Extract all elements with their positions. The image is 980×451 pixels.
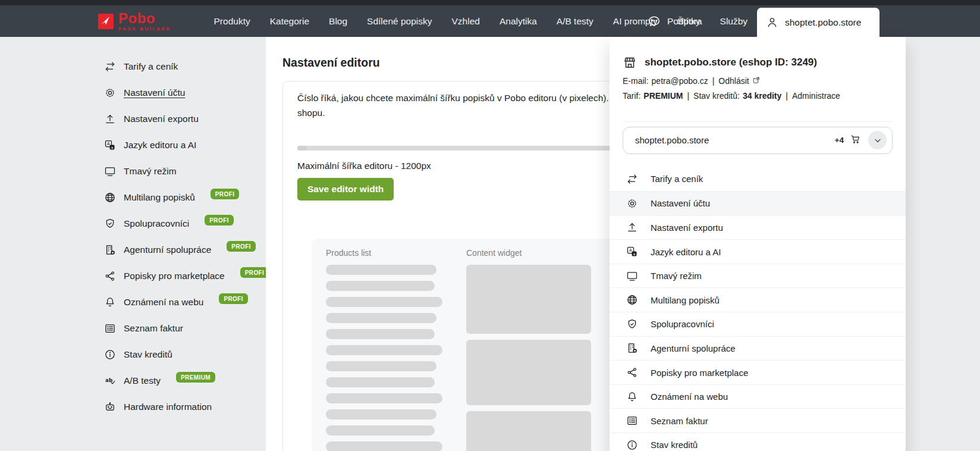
menu-item-nastaveni-uctu[interactable]: Nastavení účtu <box>610 191 906 215</box>
sidebar-item-label: Jazyk editoru a AI <box>124 140 196 151</box>
shield-check-icon <box>626 318 638 330</box>
info-circle-icon <box>104 349 116 361</box>
skeleton-bar <box>326 441 442 451</box>
sidebar-item-label: Hardware information <box>124 402 212 412</box>
bell-icon <box>104 296 116 308</box>
profi-badge: PROFI <box>205 215 234 226</box>
menu-item-label: Multilang popisků <box>651 295 720 305</box>
nav-item-sdilene-popisky[interactable]: Sdílené popisky <box>367 16 432 27</box>
nav-item-sluzby[interactable]: Služby <box>720 16 748 27</box>
translate-icon: Aa <box>626 246 638 258</box>
globe-icon <box>104 192 116 203</box>
products-list-label: Products list <box>326 248 444 258</box>
cart-icon <box>850 133 861 145</box>
menu-item-popisky-pro-marketplace[interactable]: Popisky pro marketplace <box>610 360 906 384</box>
sidebar-item-tarify-a-cenik[interactable]: Tarify a ceník <box>0 54 266 80</box>
nav-item-kategorie[interactable]: Kategorie <box>270 16 309 27</box>
menu-item-label: Oznámení na webu <box>651 392 728 402</box>
credits-label: Stav kreditů: <box>693 91 740 101</box>
skeleton-bar <box>326 361 436 371</box>
swap-icon <box>626 173 638 185</box>
menu-item-oznameni-na-webu[interactable]: Oznámení na webu <box>610 384 906 409</box>
sidebar-item-popisky-pro-marketplace[interactable]: Popisky pro marketplace PROFI <box>0 263 266 289</box>
globe-icon <box>626 294 638 306</box>
tarif-row: Tarif: PREMIUM | Stav kreditů: 34 kredit… <box>623 91 893 101</box>
eshop-count-badge: +4 <box>835 136 844 145</box>
nav-item-vzhled[interactable]: Vzhled <box>452 16 480 27</box>
gear-icon <box>626 198 638 209</box>
menu-item-label: Nastavení exportu <box>651 223 723 233</box>
menu-item-seznam-faktur[interactable]: Seznam faktur <box>610 408 906 433</box>
upload-icon <box>104 113 116 125</box>
profi-badge: PROFI <box>227 241 256 252</box>
building-plus-icon <box>626 342 638 354</box>
shield-check-icon <box>104 218 116 230</box>
bell-icon <box>626 391 638 403</box>
sidebar-item-nastaveni-exportu[interactable]: Nastavení exportu <box>0 106 266 132</box>
menu-item-tmavy-rezim[interactable]: Tmavý režim <box>610 264 906 288</box>
nav-item-blog[interactable]: Blog <box>329 16 347 27</box>
menu-item-label: Stav kreditů <box>651 440 698 450</box>
skeleton-bar <box>326 425 435 436</box>
pobo-logo[interactable]: Pobo PAGE BUILDER <box>98 11 171 32</box>
menu-item-jazyk-editoru[interactable]: Aa Jazyk editoru a AI <box>610 239 906 264</box>
menu-item-label: Jazyk editoru a AI <box>651 247 721 257</box>
skeleton-bar <box>326 345 442 355</box>
chat-icon <box>647 14 661 29</box>
menu-item-nastaveni-exportu[interactable]: Nastavení exportu <box>610 215 906 240</box>
nav-item-analytika[interactable]: Analytika <box>500 16 537 27</box>
menu-item-multilang-popisku[interactable]: Multilang popisků <box>610 287 906 312</box>
svg-text:A: A <box>629 248 632 253</box>
administrace-link[interactable]: Administrace <box>792 91 840 101</box>
sidebar-item-label: Tmavý režim <box>124 166 177 177</box>
menu-item-label: Tmavý režim <box>651 271 702 281</box>
sidebar-item-stav-kreditu[interactable]: Stav kreditů <box>0 342 266 368</box>
robot-icon <box>104 401 116 413</box>
svg-text:a: a <box>633 252 636 256</box>
sidebar-item-hardware-information[interactable]: Hardware information <box>0 394 266 420</box>
invoice-icon <box>626 415 638 427</box>
menu-item-tarify-a-cenik[interactable]: Tarify a ceník <box>610 167 906 192</box>
logout-link[interactable]: Odhlásit <box>718 76 749 86</box>
premium-badge: PREMIUM <box>176 372 215 383</box>
save-editor-width-button[interactable]: Save editor width <box>297 178 394 201</box>
account-menu-toggle[interactable]: shoptet.pobo.store <box>757 8 880 37</box>
sidebar-item-label: Oznámení na webu <box>124 297 203 308</box>
logo-flag-icon <box>100 15 112 27</box>
sidebar-item-ab-testy[interactable]: ab A/B testy PREMIUM <box>0 368 266 394</box>
share-nodes-icon <box>104 270 116 282</box>
sidebar-item-label: A/B testy <box>124 375 161 386</box>
gear-icon <box>104 87 116 99</box>
sidebar-item-nastaveni-uctu[interactable]: Nastavení účtu <box>0 80 266 106</box>
skeleton-content-block <box>466 340 591 405</box>
menu-item-label: Popisky pro marketplace <box>651 368 748 378</box>
person-icon <box>766 16 778 29</box>
skeleton-content-block <box>466 265 591 334</box>
sidebar-item-label: Spolupracovníci <box>124 218 189 229</box>
menu-item-agenturni-spoluprace[interactable]: Agenturní spolupráce <box>610 336 906 361</box>
tarif-value: PREMIUM <box>643 91 683 101</box>
sidebar-item-jazyk-editoru[interactable]: Aa Jazyk editoru a AI <box>0 132 266 158</box>
sidebar-item-spolupracovnici[interactable]: Spolupracovníci PROFI <box>0 211 266 237</box>
menu-item-spolupracovnici[interactable]: Spolupracovníci <box>610 312 906 336</box>
eshop-select-chevron-button[interactable] <box>868 131 887 149</box>
eshop-select[interactable]: shoptet.pobo.store +4 <box>623 127 893 154</box>
sidebar-item-multilang-popisku[interactable]: Multilang popisků PROFI <box>0 184 266 211</box>
ab-test-icon: ab <box>104 375 116 387</box>
nav-item-produkty[interactable]: Produkty <box>214 16 250 27</box>
menu-item-label: Nastavení účtu <box>651 198 710 208</box>
skeleton-bar <box>326 393 442 403</box>
sidebar-item-oznameni-na-webu[interactable]: Oznámení na webu PROFI <box>0 289 266 315</box>
sidebar-item-agenturni-spoluprace[interactable]: Agenturní spolupráce PROFI <box>0 237 266 263</box>
store-icon <box>623 55 637 70</box>
nav-item-ab-testy[interactable]: A/B testy <box>557 16 593 27</box>
sidebar-item-label: Tarify a ceník <box>124 61 178 72</box>
swap-icon <box>104 61 116 73</box>
logo-title: Pobo <box>118 11 171 26</box>
menu-item-stav-kreditu[interactable]: Stav kreditů <box>610 433 906 451</box>
sidebar-item-seznam-faktur[interactable]: Seznam faktur <box>0 315 266 342</box>
skeleton-bar <box>326 265 436 275</box>
support-button[interactable]: Podpora <box>647 5 702 37</box>
sidebar-item-tmavy-rezim[interactable]: Tmavý režim <box>0 158 266 184</box>
account-menu-list: Tarify a ceník Nastavení účtu Nastavení … <box>610 167 906 451</box>
